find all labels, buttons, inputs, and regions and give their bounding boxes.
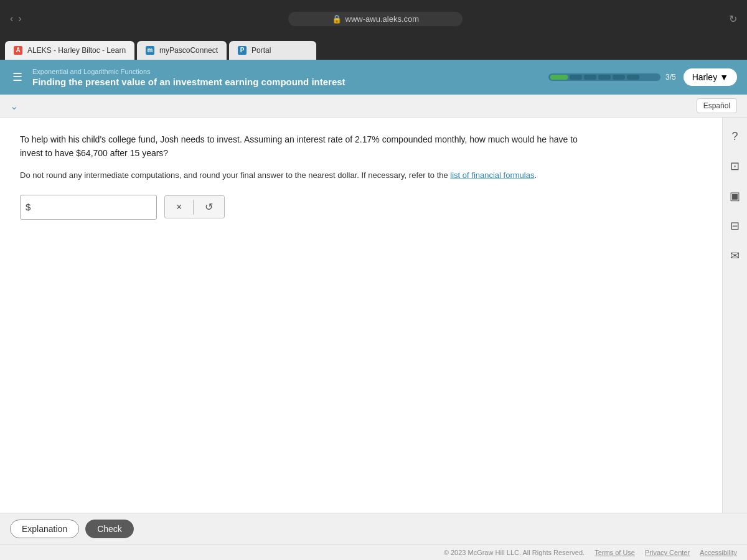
calculator-icon[interactable]: ⊡ [726, 157, 744, 175]
answer-area: $ × ↺ [20, 195, 727, 220]
back-button[interactable]: ‹ [10, 13, 13, 24]
browser-controls: ‹ › [10, 13, 22, 24]
progress-segment-1 [550, 75, 568, 80]
mypasco-tab-label: myPascoConnect [159, 46, 218, 55]
answer-input[interactable] [33, 202, 151, 212]
aleks-tab-icon: A [14, 46, 22, 55]
espanol-button[interactable]: Español [697, 98, 737, 113]
forward-button[interactable]: › [18, 13, 21, 24]
progress-segment-4 [598, 75, 611, 80]
portal-tab-label: Portal [251, 46, 271, 55]
lock-icon: 🔒 [332, 14, 342, 24]
tab-mypasco[interactable]: m myPascoConnect [137, 41, 227, 60]
user-menu-button[interactable]: Harley ▼ [684, 68, 737, 86]
breadcrumb-title: Finding the present value of an investme… [32, 77, 541, 87]
hamburger-menu[interactable]: ☰ [10, 68, 25, 86]
dollar-input-wrapper: $ [20, 195, 157, 220]
terms-of-use-link[interactable]: Terms of Use [594, 549, 635, 556]
bookmark-icon[interactable]: ⊟ [726, 217, 744, 235]
progress-container: 3/5 [548, 73, 676, 82]
question-text: To help with his child's college fund, J… [20, 133, 580, 161]
explanation-button[interactable]: Explanation [10, 520, 79, 538]
progress-segment-2 [570, 75, 582, 80]
copyright-text: © 2023 McGraw Hill LLC. All Rights Reser… [444, 549, 585, 556]
privacy-center-link[interactable]: Privacy Center [645, 549, 690, 556]
tab-portal[interactable]: P Portal [229, 41, 316, 60]
breadcrumb-topic: Exponential and Logarithmic Functions [32, 68, 541, 75]
url-display[interactable]: 🔒 www-awu.aleks.com [288, 12, 463, 26]
action-buttons: × ↺ [164, 195, 225, 218]
notebook-icon[interactable]: ▣ [726, 187, 744, 205]
mail-icon[interactable]: ✉ [726, 247, 744, 264]
right-sidebar: ? ⊡ ▣ ⊟ ✉ [722, 118, 747, 513]
content-header: ⌄ Español [0, 95, 747, 118]
dollar-sign: $ [26, 202, 31, 212]
bottom-bar: Explanation Check [0, 513, 747, 544]
progress-segment-5 [613, 75, 625, 80]
tab-bar: A ALEKS - Harley Biltoc - Learn m myPasc… [0, 37, 747, 60]
accessibility-link[interactable]: Accessibility [700, 549, 737, 556]
help-icon[interactable]: ? [726, 128, 744, 145]
refresh-button[interactable]: ↻ [729, 13, 737, 25]
aleks-app: ☰ Exponential and Logarithmic Functions … [0, 60, 747, 560]
clear-button[interactable]: × [165, 197, 193, 218]
tab-aleks[interactable]: A ALEKS - Harley Biltoc - Learn [5, 41, 134, 60]
check-button[interactable]: Check [85, 520, 134, 538]
financial-formulas-link[interactable]: list of financial formulas [450, 170, 534, 180]
instruction-text: Do not round any intermediate computatio… [20, 170, 580, 180]
breadcrumb: Exponential and Logarithmic Functions Fi… [32, 68, 541, 87]
portal-tab-icon: P [238, 46, 247, 55]
progress-segment-6 [627, 75, 639, 80]
chevron-down-icon: ▼ [720, 72, 728, 82]
progress-bar [548, 73, 660, 81]
progress-label: 3/5 [665, 73, 676, 82]
browser-chrome: ‹ › 🔒 www-awu.aleks.com ↻ [0, 0, 747, 37]
aleks-tab-label: ALEKS - Harley Biltoc - Learn [27, 46, 126, 55]
collapse-button[interactable]: ⌄ [10, 100, 18, 112]
reset-button[interactable]: ↺ [194, 196, 224, 218]
main-content: To help with his child's college fund, J… [0, 118, 747, 513]
user-name: Harley [692, 72, 717, 82]
footer: © 2023 McGraw Hill LLC. All Rights Reser… [0, 544, 747, 560]
top-nav: ☰ Exponential and Logarithmic Functions … [0, 60, 747, 95]
progress-segment-3 [584, 75, 596, 80]
address-bar: 🔒 www-awu.aleks.com [29, 12, 721, 26]
mypasco-tab-icon: m [146, 46, 154, 55]
